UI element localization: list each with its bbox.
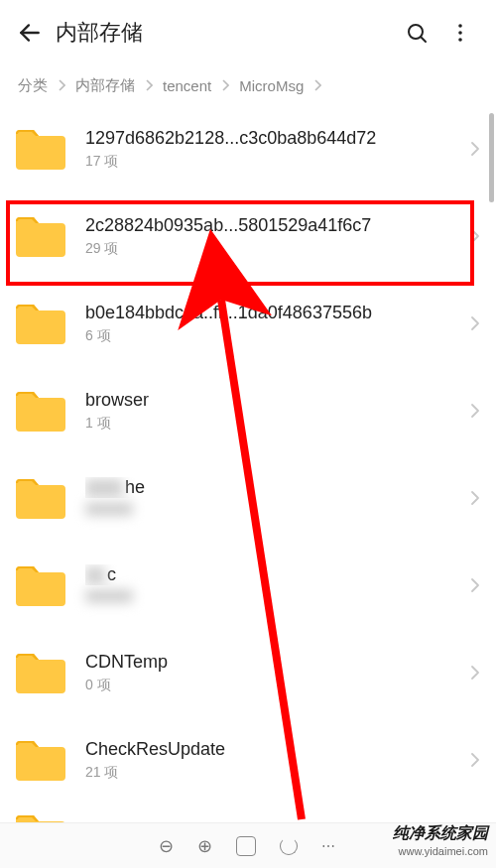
folder-icon [14,562,67,608]
folder-icon [14,737,67,783]
folder-name: browser [85,390,456,411]
folder-name: 2c28824b0935ab...5801529a41f6c7 [85,215,456,236]
search-button[interactable] [395,11,438,55]
breadcrumb[interactable]: 分类 内部存储 tencent MicroMsg [0,65,496,105]
folder-row[interactable]: he [0,454,496,542]
folder-row[interactable]: CheckResUpdate21 项 [0,716,496,804]
crumb-2[interactable]: tencent [163,77,211,94]
more-vert-icon [448,21,472,45]
chevron-right-icon [464,665,486,681]
redacted-patch [85,566,105,584]
folder-name: CheckResUpdate [85,739,456,760]
more-button[interactable] [438,11,482,55]
folder-icon [14,301,67,346]
tool-more-icon[interactable]: ⋯ [321,838,337,854]
redacted-patch [85,502,133,516]
folder-subtitle: 6 项 [85,327,456,345]
folder-row[interactable]: 2c28824b0935ab...5801529a41f6c729 项 [0,192,496,280]
chevron-right-icon [464,315,486,331]
folder-row[interactable]: 1297d6862b2128...c3c0ba8b644d7217 项 [0,105,496,192]
folder-subtitle: 0 项 [85,677,456,694]
tool-zoom-in-icon[interactable]: ⊕ [197,835,212,857]
chevron-right-icon [464,403,486,419]
redacted-patch [85,589,133,603]
chevron-right-icon [464,577,486,593]
folder-subtitle [85,502,456,519]
chevron-right-icon [464,752,486,768]
chevron-right-icon [464,141,486,157]
folder-row[interactable]: b0e184bbdc4a..ff...1da0f48637556b6 项 [0,280,496,367]
folder-name: he [85,477,456,498]
folder-row[interactable]: CDNTemp0 项 [0,629,496,716]
folder-subtitle: 29 项 [85,240,456,258]
chevron-right-icon [313,79,321,91]
folder-subtitle: 1 项 [85,415,456,433]
folder-icon [14,475,67,521]
folder-text: CheckResUpdate21 项 [67,739,464,782]
folder-text: 1297d6862b2128...c3c0ba8b644d7217 项 [67,128,464,171]
tool-refresh-icon[interactable] [280,837,298,855]
folder-subtitle [85,589,456,606]
chevron-right-icon [58,79,65,91]
folder-text: b0e184bbdc4a..ff...1da0f48637556b6 项 [67,303,464,345]
scrollbar-thumb[interactable] [489,113,494,202]
crumb-3[interactable]: MicroMsg [239,77,304,94]
chevron-right-icon [464,490,486,506]
back-button[interactable] [8,11,52,55]
tool-fit-icon[interactable] [236,836,256,856]
svg-point-3 [458,24,462,28]
chevron-right-icon [145,79,153,91]
folder-name: CDNTemp [85,652,456,673]
crumb-0[interactable]: 分类 [18,76,48,95]
folder-text: CDNTemp0 项 [67,652,464,694]
svg-line-2 [421,37,426,42]
folder-text: he [67,477,464,519]
page-title: 内部存储 [56,18,395,48]
folder-name: b0e184bbdc4a..ff...1da0f48637556b [85,303,456,323]
arrow-left-icon [17,20,43,46]
folder-name: 1297d6862b2128...c3c0ba8b644d72 [85,128,456,149]
crumb-1[interactable]: 内部存储 [75,76,135,95]
svg-point-4 [458,31,462,35]
redacted-patch [85,479,123,497]
folder-icon [14,126,67,172]
folder-text: 2c28824b0935ab...5801529a41f6c729 项 [67,215,464,258]
chevron-right-icon [464,228,486,244]
folder-subtitle: 17 项 [85,153,456,171]
folder-row[interactable]: browser1 项 [0,367,496,454]
bottom-toolbar: ⊖ ⊕ ⋯ [0,822,496,868]
folder-icon [14,650,67,695]
svg-point-5 [458,38,462,42]
folder-text: c [67,564,464,606]
chevron-right-icon [221,79,229,91]
folder-row[interactable]: c [0,542,496,629]
folder-subtitle: 21 项 [85,764,456,782]
folder-name: c [85,564,456,585]
folder-text: browser1 项 [67,390,464,433]
folder-icon [14,388,67,434]
tool-zoom-out-icon[interactable]: ⊖ [159,835,174,857]
folder-icon [14,213,67,259]
search-icon [405,21,429,45]
